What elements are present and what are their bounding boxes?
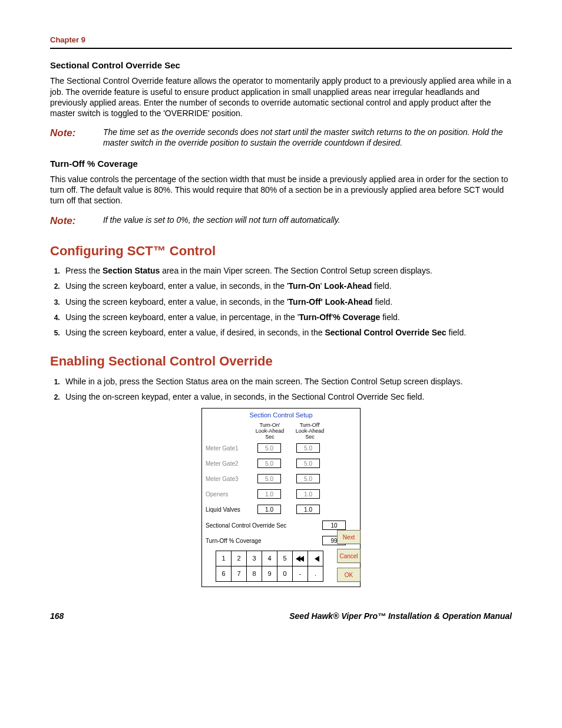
heading-configuring: Configuring SCT™ Control [50, 243, 512, 260]
row-label: Meter Gate1 [206, 444, 253, 452]
turn-off-input[interactable]: 5.0 [296, 459, 320, 468]
turn-off-input[interactable]: 1.0 [296, 505, 320, 514]
steps-configuring: Press the Section Status area in the mai… [50, 265, 512, 338]
keypad-key-2[interactable]: 2 [231, 551, 247, 566]
coverage-row: Turn-Off % Coverage 99 [206, 536, 356, 545]
manual-title: Seed Hawk® Viper Pro™ Installation & Ope… [289, 611, 512, 621]
turn-off-input[interactable]: 5.0 [296, 443, 320, 453]
section-para-coverage: This value controls the percentage of th… [50, 174, 512, 206]
cancel-button[interactable]: Cancel [337, 549, 361, 563]
note-body: If the value is set to 0%, the section w… [103, 215, 508, 225]
lookahead-row: Meter Gate25.05.0 [206, 456, 356, 471]
step-2: Using the on-screen keypad, enter a valu… [62, 391, 512, 402]
row-label: Meter Gate2 [206, 460, 253, 467]
note-label: Note: [50, 215, 101, 228]
step-4: Using the screen keyboard, enter a value… [62, 312, 512, 322]
step-5: Using the screen keyboard, enter a value… [62, 327, 512, 338]
keypad-key-8[interactable]: 8 [246, 566, 262, 582]
lookahead-row: Meter Gate15.05.0 [206, 440, 356, 456]
note-label: Note: [50, 127, 101, 140]
keypad-key-4[interactable]: 4 [262, 551, 277, 566]
row-label: Meter Gate3 [206, 475, 253, 483]
lookahead-row: Meter Gate35.05.0 [206, 471, 356, 486]
turn-off-input[interactable]: 1.0 [296, 489, 320, 499]
keypad-key-1[interactable]: 1 [216, 551, 232, 566]
turn-on-input[interactable]: 1.0 [257, 489, 281, 499]
keypad-key-6[interactable]: 6 [216, 566, 232, 582]
turn-on-input[interactable]: 1.0 [257, 505, 281, 514]
step-1: Press the Section Status area in the mai… [62, 265, 512, 276]
page-number: 168 [50, 611, 64, 621]
keypad-key-9[interactable]: 9 [262, 566, 277, 582]
row-label: Openers [206, 490, 253, 498]
heading-enabling: Enabling Sectional Control Override [50, 353, 512, 370]
keypad-key-0[interactable]: 0 [277, 566, 293, 582]
column-headers: Turn-On'Look-AheadSec Turn-Off'Look-Ahea… [206, 423, 356, 440]
section-heading-coverage: Turn-Off % Coverage [50, 158, 512, 170]
next-button[interactable]: Next [337, 530, 361, 544]
step-1: While in a job, press the Section Status… [62, 376, 512, 387]
section-para-override: The Sectional Control Override feature a… [50, 75, 512, 118]
keypad-key-7[interactable]: 7 [231, 566, 247, 582]
dialog-title: Section Control Setup [206, 411, 356, 419]
turn-on-input[interactable]: 5.0 [257, 459, 281, 468]
turn-off-input[interactable]: 5.0 [296, 474, 320, 483]
col-turn-on: Turn-On'Look-AheadSec [253, 423, 287, 440]
row-label: Liquid Valves [206, 506, 253, 513]
step-3: Using the screen keyboard, enter a value… [62, 297, 512, 307]
ok-button[interactable]: OK [337, 568, 361, 582]
turn-on-input[interactable]: 5.0 [257, 443, 281, 453]
page-footer: 168 Seed Hawk® Viper Pro™ Installation &… [50, 611, 512, 621]
section-control-setup-dialog: Section Control Setup Turn-On'Look-Ahead… [201, 408, 361, 587]
col-turn-off: Turn-Off'Look-AheadSec [293, 423, 327, 440]
section-heading-override: Sectional Control Override Sec [50, 60, 512, 71]
turn-on-input[interactable]: 5.0 [257, 474, 281, 483]
steps-enabling: While in a job, press the Section Status… [50, 376, 512, 402]
keypad-key-5[interactable]: 5 [277, 551, 293, 566]
backspace-all-key[interactable] [292, 551, 308, 566]
note-block-1: Note: The time set as the override secon… [50, 127, 512, 148]
backspace-key[interactable] [308, 551, 323, 566]
lookahead-row: Openers1.01.0 [206, 486, 356, 502]
lookahead-row: Liquid Valves1.01.0 [206, 502, 356, 517]
step-2: Using the screen keyboard, enter a value… [62, 281, 512, 291]
override-input[interactable]: 10 [322, 521, 346, 530]
coverage-label: Turn-Off % Coverage [206, 537, 318, 545]
keypad-key-minus[interactable]: - [292, 566, 308, 582]
keypad-key-3[interactable]: 3 [246, 551, 262, 566]
override-label: Sectional Control Override Sec [206, 522, 318, 529]
note-block-2: Note: If the value is set to 0%, the sec… [50, 215, 512, 228]
override-row: Sectional Control Override Sec 10 [206, 521, 356, 530]
keypad-key-dot[interactable]: . [308, 566, 323, 582]
chapter-label: Chapter 9 [50, 35, 512, 49]
note-body: The time set as the override seconds doe… [103, 127, 508, 148]
keypad: 1234567890-. [216, 551, 323, 582]
